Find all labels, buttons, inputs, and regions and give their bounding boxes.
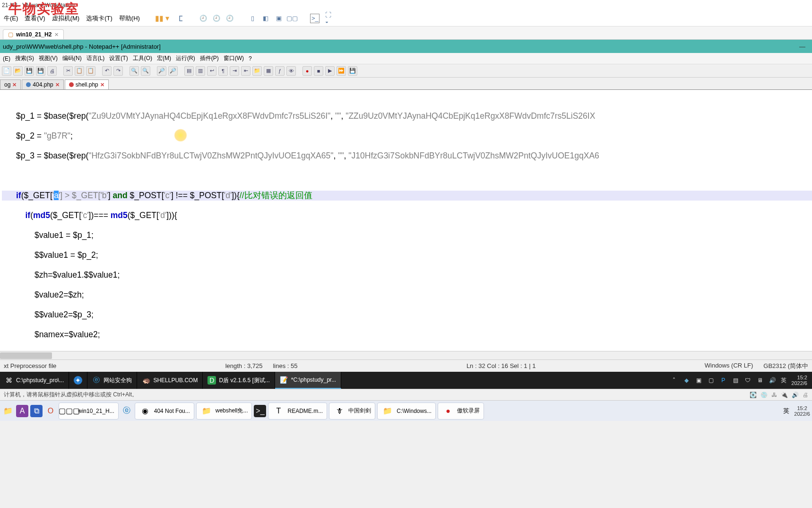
vm-menu-help[interactable]: 帮助(H) bbox=[116, 12, 143, 25]
zoom-out-icon[interactable]: 🔎 bbox=[168, 66, 178, 76]
npp-menu-encoding[interactable]: 编码(N) bbox=[62, 54, 82, 62]
open-file-icon[interactable]: 📂 bbox=[13, 66, 23, 76]
print-icon[interactable]: 🖨 bbox=[47, 66, 57, 76]
npp-menu-help[interactable]: ? bbox=[249, 55, 252, 62]
disk-icon[interactable]: 💽 bbox=[750, 392, 757, 398]
indent-icon[interactable]: ⇥ bbox=[230, 66, 239, 76]
folder-icon[interactable]: 📁 bbox=[252, 66, 262, 76]
tray-app2-icon[interactable]: ▣ bbox=[695, 377, 702, 384]
find-icon[interactable]: 🔍 bbox=[130, 66, 139, 76]
taskbar-item-shellpub[interactable]: 🦔SHELLPUB.COM bbox=[137, 372, 203, 389]
view-single-icon[interactable]: ▯ bbox=[248, 14, 257, 23]
outdent-icon[interactable]: ⇤ bbox=[241, 66, 251, 76]
office-icon[interactable]: O bbox=[44, 405, 57, 417]
replace-icon[interactable]: 🔍 bbox=[141, 66, 150, 76]
tray-ime[interactable]: 英 bbox=[781, 377, 786, 385]
taskbar-item-spark[interactable]: ✦ bbox=[69, 372, 87, 389]
npp-menu-search[interactable]: 搜索(S) bbox=[15, 54, 34, 62]
sync-h-icon[interactable]: ▥ bbox=[196, 66, 205, 76]
monitor-file-icon[interactable]: 👁 bbox=[286, 66, 296, 76]
play-multi-icon[interactable]: ⏩ bbox=[337, 66, 346, 76]
npp-menu-view[interactable]: 视图(V) bbox=[39, 54, 58, 62]
zoom-in-icon[interactable]: 🔎 bbox=[157, 66, 166, 76]
vm-menu-file[interactable]: 牛(E) bbox=[1, 12, 21, 25]
vscode-icon[interactable]: ⧉ bbox=[30, 405, 43, 417]
terminal-icon[interactable]: >_ bbox=[254, 405, 266, 417]
vm-menu-view[interactable]: 查看(V) bbox=[22, 12, 48, 25]
host-item-typora[interactable]: TREADME.m... bbox=[268, 403, 327, 420]
npp-menu-tools[interactable]: 工具(O) bbox=[133, 54, 152, 62]
tray-chevron-icon[interactable]: ˄ bbox=[670, 377, 678, 384]
host-item-folder[interactable]: 📁webshell免... bbox=[196, 403, 252, 420]
close-icon[interactable]: ✕ bbox=[54, 32, 59, 38]
edge-icon[interactable]: ⓔ bbox=[121, 405, 133, 417]
usb-icon[interactable]: 🔌 bbox=[781, 392, 788, 398]
minimize-icon[interactable]: — bbox=[799, 43, 805, 50]
pause-icon[interactable]: ▮▮ ▾ bbox=[152, 12, 172, 25]
save-icon[interactable]: 💾 bbox=[25, 66, 34, 76]
tray-app1-icon[interactable]: ◆ bbox=[682, 377, 690, 384]
tray-shield-icon[interactable]: 🛡 bbox=[744, 377, 752, 384]
paste-icon[interactable]: 📋 bbox=[86, 66, 95, 76]
tray-volume-icon[interactable]: 🔊 bbox=[769, 377, 776, 384]
close-icon[interactable]: ✕ bbox=[12, 82, 17, 88]
npp-menu-e[interactable]: (E) bbox=[3, 55, 10, 62]
play-icon[interactable]: ▶ bbox=[325, 66, 335, 76]
view-multi-icon[interactable]: ▢▢ bbox=[287, 14, 297, 23]
horizontal-scrollbar[interactable] bbox=[0, 351, 812, 359]
host-ime[interactable]: 英 bbox=[780, 407, 792, 415]
tray-app4-icon[interactable]: P bbox=[719, 377, 727, 384]
npp-menu-run[interactable]: 运行(R) bbox=[176, 54, 195, 62]
app-a-icon[interactable]: A bbox=[16, 405, 28, 417]
tray-network-icon[interactable]: 🖥 bbox=[756, 377, 764, 384]
npp-menu-plugins[interactable]: 插件(P) bbox=[200, 54, 219, 62]
save-macro-icon[interactable]: 💾 bbox=[348, 66, 357, 76]
host-item-recorder[interactable]: ●傲软录屏 bbox=[438, 403, 484, 420]
host-item-chrome[interactable]: ◉404 Not Fou... bbox=[135, 403, 194, 420]
redo-icon[interactable]: ↷ bbox=[113, 66, 123, 76]
stop-icon[interactable]: ■ bbox=[314, 66, 323, 76]
taskbar-item-ddun[interactable]: DD盾 v2.1.6.5 [测试... bbox=[203, 372, 275, 389]
doc-map-icon[interactable]: ▦ bbox=[264, 66, 273, 76]
sync-v-icon[interactable]: ▤ bbox=[184, 66, 194, 76]
npp-menu-window[interactable]: 窗口(W) bbox=[224, 54, 244, 62]
file-tab-0[interactable]: og✕ bbox=[0, 79, 21, 89]
cut-icon[interactable]: ✂ bbox=[63, 66, 73, 76]
save-all-icon[interactable]: 💾 bbox=[36, 66, 45, 76]
code-editor[interactable]: $p_1 = $base($rep("Zu9Uz0VMtYJAynaHQ4CbE… bbox=[0, 90, 812, 351]
copy-icon[interactable]: 📋 bbox=[75, 66, 84, 76]
tray-clock[interactable]: 15:22022/6 bbox=[791, 375, 807, 386]
sound-icon[interactable]: 🔊 bbox=[792, 392, 799, 398]
snapshot-icon[interactable]: 🕘 bbox=[199, 14, 208, 23]
taskbar-item-notepadpp[interactable]: 📝*C:\phpstudy_pr... bbox=[275, 372, 341, 389]
npp-menu-lang[interactable]: 语言(L) bbox=[86, 54, 105, 62]
console-icon[interactable]: >_ bbox=[310, 14, 320, 23]
close-icon[interactable]: ✕ bbox=[100, 82, 104, 88]
wrap-icon[interactable]: ↩ bbox=[207, 66, 216, 76]
new-file-icon[interactable]: 📄 bbox=[2, 66, 11, 76]
func-list-icon[interactable]: ƒ bbox=[275, 66, 285, 76]
view-tile-icon[interactable]: ▣ bbox=[274, 14, 284, 23]
tray-app3-icon[interactable]: ▢ bbox=[707, 377, 715, 384]
printer-icon[interactable]: 🖨 bbox=[803, 392, 808, 398]
host-item-vmware[interactable]: ▢▢▢win10_21_H... bbox=[59, 403, 119, 420]
view-split-icon[interactable]: ◧ bbox=[261, 14, 270, 23]
close-icon[interactable]: ✕ bbox=[55, 82, 60, 88]
net-icon[interactable]: 🖧 bbox=[771, 392, 777, 398]
undo-icon[interactable]: ↶ bbox=[102, 66, 112, 76]
snapshot-revert-icon[interactable]: 🕘 bbox=[212, 14, 221, 23]
send-cad-icon[interactable] bbox=[176, 14, 185, 23]
vm-menu-tabs[interactable]: 选项卡(T) bbox=[83, 12, 115, 25]
vm-menu-vm[interactable]: 虚拟机(M) bbox=[49, 12, 83, 25]
fullscreen-icon[interactable]: ⛶ ▾ bbox=[323, 14, 333, 23]
cd-icon[interactable]: 💿 bbox=[760, 392, 768, 398]
scrollbar-thumb[interactable] bbox=[0, 352, 52, 359]
taskbar-item-phpstudy[interactable]: ⌘C:\phpstudy_pro\... bbox=[0, 372, 69, 389]
vm-tab-active[interactable]: ▢ win10_21_H2 ✕ bbox=[3, 29, 64, 39]
show-chars-icon[interactable]: ¶ bbox=[218, 66, 228, 76]
file-tab-404[interactable]: 404.php✕ bbox=[22, 79, 63, 89]
taskbar-item-safedog[interactable]: ⓔ网站安全狗 bbox=[87, 372, 137, 389]
npp-menu-settings[interactable]: 设置(T) bbox=[109, 54, 128, 62]
snapshot-manage-icon[interactable]: 🕘 bbox=[225, 14, 234, 23]
record-icon[interactable]: ● bbox=[302, 66, 312, 76]
